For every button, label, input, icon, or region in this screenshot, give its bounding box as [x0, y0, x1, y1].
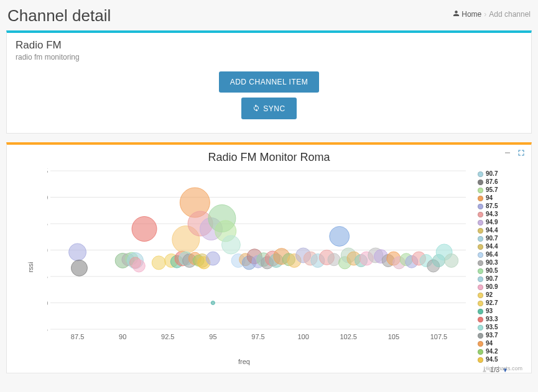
legend-label: 94	[486, 194, 493, 202]
svg-text:90: 90	[119, 333, 126, 340]
legend-swatch	[478, 260, 483, 266]
legend-label: 94.2	[486, 348, 498, 355]
legend-label: 90.7	[486, 170, 498, 178]
chart-svg: -25025507510012587.59092.59597.5100102.5…	[47, 168, 469, 342]
refresh-icon	[253, 104, 260, 113]
legend-swatch	[478, 341, 483, 347]
legend-item[interactable]: 94.4	[478, 227, 524, 234]
legend-swatch	[478, 349, 483, 355]
bubble-point[interactable]	[69, 244, 86, 261]
breadcrumb-home-link[interactable]: Home	[453, 10, 481, 19]
legend-swatch	[478, 357, 483, 363]
bubble-point[interactable]	[445, 254, 458, 268]
page-title: Channel detail	[7, 6, 111, 25]
legend-label: 94.4	[486, 243, 498, 250]
legend-item[interactable]: 90.7	[478, 170, 524, 178]
legend-swatch	[478, 301, 483, 306]
chart-plot-area: rssi freq -25025507510012587.59092.59597…	[13, 168, 475, 367]
legend-item[interactable]: 95.7	[478, 186, 524, 194]
sync-label: SYNC	[263, 104, 285, 113]
x-axis-label: freq	[238, 358, 250, 365]
bubble-point[interactable]	[221, 235, 240, 254]
legend-item[interactable]: 94	[478, 194, 524, 202]
svg-text:95: 95	[209, 333, 216, 340]
legend-item[interactable]: 94.4	[478, 243, 524, 250]
legend-swatch	[478, 268, 483, 274]
legend-item[interactable]: 90.5	[478, 267, 524, 275]
legend-label: 90.7	[486, 235, 498, 242]
legend-item[interactable]: 94.9	[478, 219, 524, 226]
legend-label: 94	[486, 340, 493, 347]
legend-label: 94.4	[486, 227, 498, 234]
legend-swatch	[478, 293, 483, 298]
legend-label: 90.9	[486, 283, 498, 291]
legend-item[interactable]: 96.4	[478, 251, 524, 258]
breadcrumb-current: Add channel	[489, 10, 531, 19]
breadcrumb-separator: ›	[484, 10, 486, 19]
legend-item[interactable]: 93.7	[478, 332, 524, 339]
svg-text:0: 0	[47, 299, 48, 307]
legend-swatch	[478, 244, 483, 250]
legend-item[interactable]: 93	[478, 308, 524, 315]
legend-label: 87.6	[486, 178, 498, 186]
legend-item[interactable]: 93.3	[478, 316, 524, 323]
legend-item[interactable]: 94	[478, 340, 524, 347]
bubble-point[interactable]	[328, 253, 340, 266]
legend-item[interactable]: 94.3	[478, 211, 524, 218]
bubble-point[interactable]	[132, 260, 145, 272]
legend-swatch	[478, 285, 483, 290]
svg-text:102.5: 102.5	[340, 333, 357, 340]
svg-text:100: 100	[47, 194, 48, 201]
user-icon	[453, 10, 460, 19]
chart-credits[interactable]: Highcharts.com	[483, 365, 522, 371]
legend-item[interactable]: 90.9	[478, 283, 524, 291]
legend-item[interactable]: 90.7	[478, 235, 524, 242]
legend-swatch	[478, 204, 483, 209]
legend-item[interactable]: 87.5	[478, 203, 524, 210]
legend-swatch	[478, 276, 483, 282]
legend-item[interactable]: 92	[478, 291, 524, 299]
legend-swatch	[478, 220, 483, 226]
legend-swatch	[478, 309, 483, 314]
legend-label: 96.4	[486, 251, 498, 258]
legend-item[interactable]: 90.3	[478, 259, 524, 267]
legend-label: 94.5	[486, 356, 498, 363]
legend-swatch	[478, 228, 483, 234]
breadcrumb: Home › Add channel	[453, 6, 531, 19]
channel-subtitle: radio fm monitoring	[16, 53, 522, 62]
legend-swatch	[478, 236, 483, 242]
sync-button[interactable]: SYNC	[241, 98, 296, 119]
legend-item[interactable]: 94.2	[478, 348, 524, 355]
legend-swatch	[478, 180, 483, 185]
legend-label: 93	[486, 308, 493, 315]
legend-item[interactable]: 92.7	[478, 299, 524, 307]
legend-label: 92	[486, 291, 493, 299]
svg-text:105: 105	[388, 333, 399, 340]
legend-label: 93.5	[486, 324, 498, 331]
legend-label: 87.5	[486, 203, 498, 210]
legend-swatch	[478, 252, 483, 258]
add-channel-item-label: ADD CHANNEL ITEM	[230, 78, 308, 86]
svg-text:50: 50	[47, 247, 48, 254]
chart-panel: Radio FM Monitor Roma rssi freq -2502550…	[6, 142, 532, 373]
y-axis-label: rssi	[27, 262, 34, 272]
legend-label: 95.7	[486, 186, 498, 194]
legend-item[interactable]: 93.5	[478, 324, 524, 331]
bubble-point[interactable]	[152, 256, 165, 270]
add-channel-item-button[interactable]: ADD CHANNEL ITEM	[219, 71, 320, 93]
bubble-point[interactable]	[132, 217, 157, 242]
legend-swatch	[478, 212, 483, 217]
legend-label: 93.3	[486, 316, 498, 323]
legend-item[interactable]: 87.6	[478, 178, 524, 186]
legend-swatch	[478, 171, 483, 177]
bubble-point[interactable]	[71, 260, 87, 276]
svg-text:97.5: 97.5	[251, 333, 264, 340]
legend-label: 94.3	[486, 211, 498, 218]
legend-item[interactable]: 94.5	[478, 356, 524, 363]
svg-text:92.5: 92.5	[161, 333, 174, 340]
legend-swatch	[478, 317, 483, 322]
bubble-point[interactable]	[330, 226, 350, 246]
legend-item[interactable]: 90.7	[478, 275, 524, 283]
bubble-point[interactable]	[211, 301, 215, 305]
bubble-point[interactable]	[206, 252, 220, 265]
